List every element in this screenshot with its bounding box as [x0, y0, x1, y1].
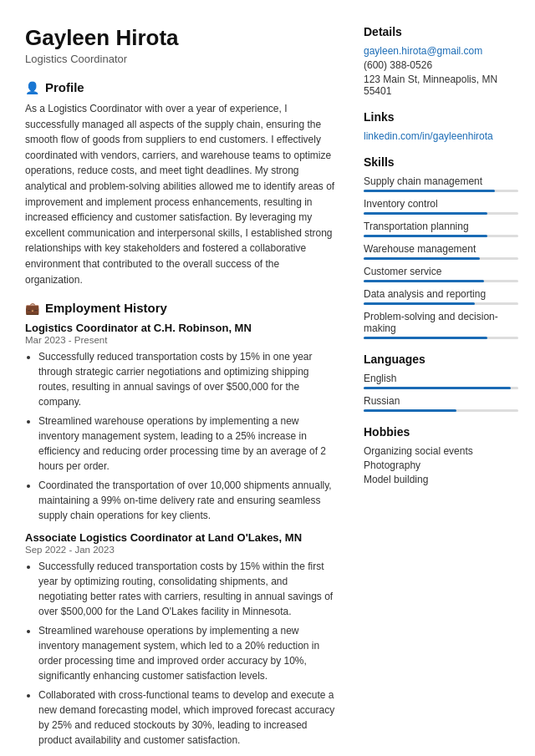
employment-section-title: 💼 Employment History	[25, 301, 339, 315]
links-title: Links	[364, 110, 518, 124]
skill-label: Customer service	[364, 266, 518, 277]
skills-title: Skills	[364, 155, 518, 169]
linkedin-link[interactable]: linkedin.com/in/gayleenhirota	[364, 130, 518, 142]
links-section: Links linkedin.com/in/gayleenhirota	[364, 110, 518, 142]
skill-bar-fill	[364, 190, 495, 192]
details-title: Details	[364, 25, 518, 38]
list-item: Streamlined warehouse operations by impl…	[38, 414, 339, 474]
candidate-name: Gayleen Hirota	[25, 25, 339, 51]
details-section: Details gayleen.hirota@gmail.com (600) 3…	[364, 25, 518, 97]
list-item: Successfully reduced transportation cost…	[38, 559, 339, 619]
profile-section-title: 👤 Profile	[25, 80, 339, 94]
email-link[interactable]: gayleen.hirota@gmail.com	[364, 45, 518, 57]
resume-header: Gayleen Hirota Logistics Coordinator	[25, 25, 339, 65]
profile-text: As a Logistics Coordinator with over a y…	[25, 101, 339, 287]
job-1-title: Logistics Coordinator at C.H. Robinson, …	[25, 322, 339, 334]
hobby-item: Photography	[364, 459, 518, 471]
skill-item: Problem-solving and decision-making	[364, 311, 518, 339]
skill-bar-fill	[364, 337, 487, 339]
list-item: Collaborated with cross-functional teams…	[38, 688, 339, 748]
language-bar-bg	[364, 409, 518, 412]
skill-label: Data analysis and reporting	[364, 288, 518, 300]
language-item: English	[364, 373, 518, 389]
job-2-bullets: Successfully reduced transportation cost…	[25, 559, 339, 748]
languages-list: English Russian	[364, 373, 518, 412]
skill-item: Data analysis and reporting	[364, 288, 518, 305]
left-column: Gayleen Hirota Logistics Coordinator 👤 P…	[25, 25, 339, 756]
language-label: Russian	[364, 395, 518, 407]
right-column: Details gayleen.hirota@gmail.com (600) 3…	[364, 25, 518, 756]
address: 123 Main St, Minneapolis, MN 55401	[364, 74, 518, 97]
hobbies-list: Organizing social eventsPhotographyModel…	[364, 445, 518, 485]
language-bar-fill	[364, 409, 456, 412]
language-label: English	[364, 373, 518, 384]
skill-bar-bg	[364, 302, 518, 305]
job-1-bullets: Successfully reduced transportation cost…	[25, 349, 339, 523]
skill-bar-fill	[364, 280, 484, 282]
job-2-dates: Sep 2022 - Jan 2023	[25, 545, 339, 555]
skill-label: Transportation planning	[364, 221, 518, 232]
skill-item: Customer service	[364, 266, 518, 282]
skill-label: Inventory control	[364, 198, 518, 210]
hobbies-section: Hobbies Organizing social eventsPhotogra…	[364, 425, 518, 485]
skill-bar-fill	[364, 257, 480, 260]
languages-title: Languages	[364, 353, 518, 366]
skill-label: Supply chain management	[364, 175, 518, 187]
skill-bar-bg	[364, 257, 518, 260]
skill-label: Problem-solving and decision-making	[364, 311, 518, 334]
skill-bar-bg	[364, 337, 518, 339]
employment-icon: 💼	[25, 302, 39, 315]
skill-bar-bg	[364, 212, 518, 215]
language-bar-bg	[364, 387, 518, 389]
hobby-item: Model building	[364, 474, 518, 485]
employment-section: 💼 Employment History Logistics Coordinat…	[25, 301, 339, 748]
skill-bar-bg	[364, 190, 518, 192]
skill-item: Inventory control	[364, 198, 518, 215]
hobbies-title: Hobbies	[364, 425, 518, 439]
skill-bar-fill	[364, 212, 487, 215]
list-item: Successfully reduced transportation cost…	[38, 349, 339, 409]
skill-bar-bg	[364, 235, 518, 237]
languages-section: Languages English Russian	[364, 353, 518, 412]
job-2: Associate Logistics Coordinator at Land …	[25, 531, 339, 748]
profile-icon: 👤	[25, 81, 39, 94]
skills-list: Supply chain management Inventory contro…	[364, 175, 518, 339]
list-item: Streamlined warehouse operations by impl…	[38, 623, 339, 683]
skill-bar-fill	[364, 302, 475, 305]
language-bar-fill	[364, 387, 511, 389]
phone: (600) 388-0526	[364, 59, 518, 71]
job-1-dates: Mar 2023 - Present	[25, 335, 339, 345]
skill-bar-bg	[364, 280, 518, 282]
skills-section: Skills Supply chain management Inventory…	[364, 155, 518, 339]
job-1: Logistics Coordinator at C.H. Robinson, …	[25, 322, 339, 523]
skill-item: Supply chain management	[364, 175, 518, 192]
skill-item: Transportation planning	[364, 221, 518, 237]
skill-bar-fill	[364, 235, 487, 237]
hobby-item: Organizing social events	[364, 445, 518, 457]
language-item: Russian	[364, 395, 518, 412]
skill-label: Warehouse management	[364, 243, 518, 255]
job-2-title: Associate Logistics Coordinator at Land …	[25, 531, 339, 544]
candidate-title: Logistics Coordinator	[25, 53, 339, 65]
list-item: Coordinated the transportation of over 1…	[38, 478, 339, 523]
skill-item: Warehouse management	[364, 243, 518, 260]
profile-section: 👤 Profile As a Logistics Coordinator wit…	[25, 80, 339, 287]
